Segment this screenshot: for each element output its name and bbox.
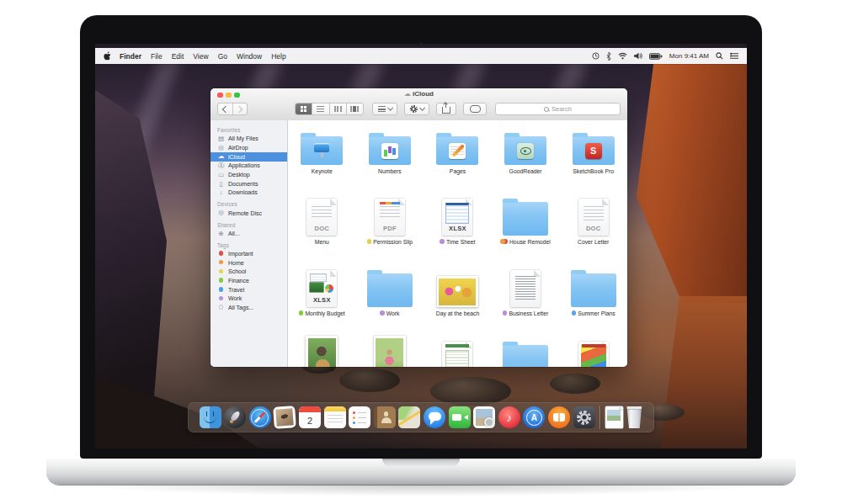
menu-help[interactable]: Help [271,52,285,61]
dock-app-store-icon[interactable]: A [523,406,545,428]
dock-facetime-icon[interactable] [449,406,471,428]
action-button[interactable] [404,103,429,115]
back-button[interactable] [218,107,232,112]
clock-icon[interactable] [592,52,600,60]
photo-icon [437,276,478,307]
tag-dot [500,239,505,244]
sidebar-item-all-tags[interactable]: All Tags... [210,303,287,312]
menu-file[interactable]: File [151,52,163,61]
sidebar-item-all-my-files[interactable]: ▤All My Files [210,135,287,144]
file-item-folder[interactable] [492,335,560,367]
file-item-sketchbook-pro[interactable]: S SketchBook Pro [559,123,627,174]
file-item-menu[interactable]: DOC Menu [288,194,356,245]
sidebar-item-applications[interactable]: ⒶApplications [210,162,287,171]
dock-contacts-icon[interactable] [374,406,396,428]
sidebar-item-tag-school[interactable]: School [210,268,287,277]
sidebar-item-documents[interactable]: ▯Documents [210,179,287,188]
icon-view-button[interactable] [296,103,312,114]
menu-edit[interactable]: Edit [172,52,184,61]
icloud-icon: ☁ [217,153,225,160]
dock-notes-icon[interactable] [324,406,346,428]
dock-preview-icon[interactable] [473,406,495,428]
sidebar-header-devices: Devices [217,201,287,207]
desktop-icon: ▭ [217,172,225,178]
dock-trash-icon[interactable] [626,406,642,428]
file-item-numbers[interactable]: Numbers [356,123,424,174]
dock-mail-icon[interactable] [274,406,297,429]
tags-button[interactable] [463,103,487,115]
pages-app-icon [449,143,466,159]
folder-icon [503,345,548,367]
dock-safari-icon[interactable] [249,406,271,428]
search-icon [544,107,549,112]
file-item-cover-letter[interactable]: DOC Cover Letter [559,194,627,245]
numbers-app-icon [381,143,398,159]
menu-view[interactable]: View [193,52,208,61]
laptop-base-notch [382,459,460,466]
sidebar-item-tag-travel[interactable]: Travel [210,285,287,294]
spotlight-icon[interactable] [716,52,723,60]
apple-menu-icon[interactable] [104,51,111,61]
menu-finder[interactable]: Finder [120,52,141,61]
file-item-time-sheet[interactable]: XLSX Time Sheet [424,194,492,245]
dock-finder-icon[interactable] [200,406,221,428]
document-icon: PDF [375,199,405,236]
sidebar-item-desktop[interactable]: ▭Desktop [210,170,287,179]
sidebar-item-shared-all[interactable]: ⊕All... [210,229,287,238]
tag-dot [440,239,445,244]
column-view-button[interactable] [330,103,347,114]
arrange-button[interactable] [372,103,397,115]
tag-dot [367,239,372,244]
sidebar-item-airdrop[interactable]: ◎AirDrop [210,143,287,152]
nav-buttons [217,103,248,115]
coverflow-view-button[interactable] [347,103,363,114]
file-item-keynote[interactable]: Keynote [288,123,356,174]
file-item-house-remodel[interactable]: House Remodel [492,194,560,245]
sidebar-item-tag-finance[interactable]: Finance [210,276,287,285]
dock-itunes-icon[interactable]: ♪ [498,406,520,428]
dock-messages-icon[interactable] [424,406,445,428]
file-item-goodreader[interactable]: GoodReader [492,123,560,174]
dock-maps-icon[interactable] [398,406,420,428]
bluetooth-icon[interactable] [606,52,611,61]
file-item-photo-girl[interactable] [356,335,424,367]
tag-dot [572,310,577,316]
dock-image-document-icon[interactable] [605,406,623,428]
dock-launchpad-icon[interactable] [224,406,246,428]
sidebar-item-tag-home[interactable]: Home [210,258,287,268]
forward-button[interactable] [232,107,247,112]
dock-ibooks-icon[interactable] [548,406,570,428]
sidebar-item-remote-disc[interactable]: ◎Remote Disc [210,209,287,218]
wifi-icon[interactable] [618,52,627,60]
file-item-day-at-the-beach[interactable]: Day at the beach [424,265,492,316]
sidebar-item-downloads[interactable]: ↓Downloads [210,188,287,198]
menu-window[interactable]: Window [237,52,262,61]
notification-center-icon[interactable] [730,52,738,60]
file-item-monthly-budget[interactable]: XLSX Monthly Budget [288,265,356,316]
dock-calendar-icon[interactable]: 2 [299,406,321,428]
file-item-business-letter[interactable]: Business Letter [492,265,560,316]
dock-system-preferences-icon[interactable] [573,406,595,428]
sidebar-item-icloud[interactable]: ☁iCloud [210,152,287,162]
dock-reminders-icon[interactable] [349,406,370,428]
search-field[interactable]: Search [495,103,621,115]
document-icon [578,342,609,367]
file-item-summer-plans[interactable]: Summer Plans [559,265,627,316]
file-item-work[interactable]: Work [356,265,424,316]
laptop-shadow [76,485,766,496]
sidebar-item-tag-important[interactable]: Important [210,249,287,258]
file-item-flyer[interactable] [559,335,627,367]
wallpaper-rock [430,377,511,406]
file-item-photo-dog[interactable] [288,335,356,367]
menu-go[interactable]: Go [218,52,227,61]
volume-icon[interactable] [634,52,642,60]
file-item-permission-slip[interactable]: PDF Permission Slip [356,194,424,245]
list-view-button[interactable] [312,103,329,114]
share-button[interactable] [436,103,456,115]
sidebar-item-tag-work[interactable]: Work [210,294,287,304]
applications-icon: Ⓐ [217,162,225,169]
file-item-form-document[interactable] [424,335,492,367]
folder-icon [571,273,616,307]
file-item-pages[interactable]: Pages [424,123,492,174]
menu-bar-clock[interactable]: Mon 9:41 AM [669,52,709,60]
